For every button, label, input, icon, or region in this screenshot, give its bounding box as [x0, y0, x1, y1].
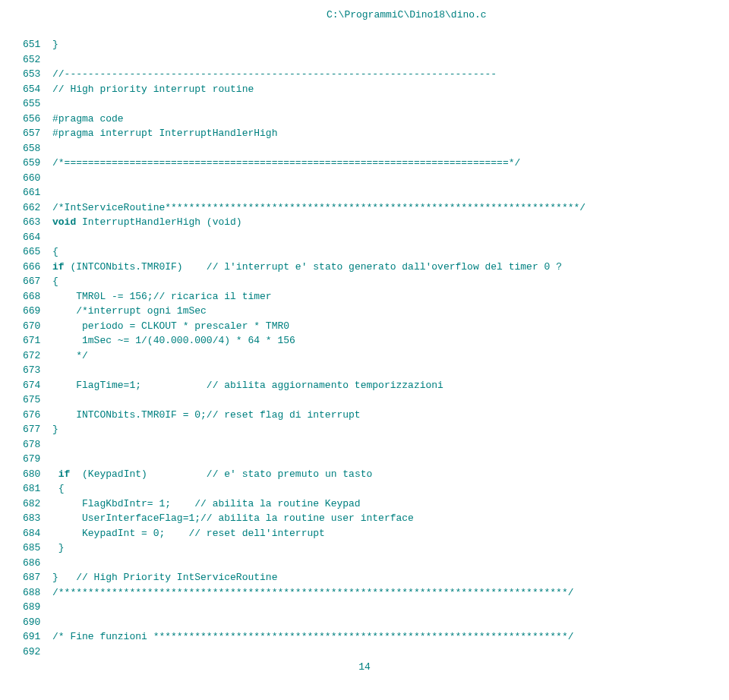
page: C:\ProgrammiC\Dino18\dino.c 651 } 652 65…	[0, 0, 729, 689]
page-number: 14	[0, 660, 729, 675]
file-path-header: C:\ProgrammiC\Dino18\dino.c	[327, 8, 706, 23]
code-listing: 651 } 652 653 //------------------------…	[23, 37, 706, 659]
